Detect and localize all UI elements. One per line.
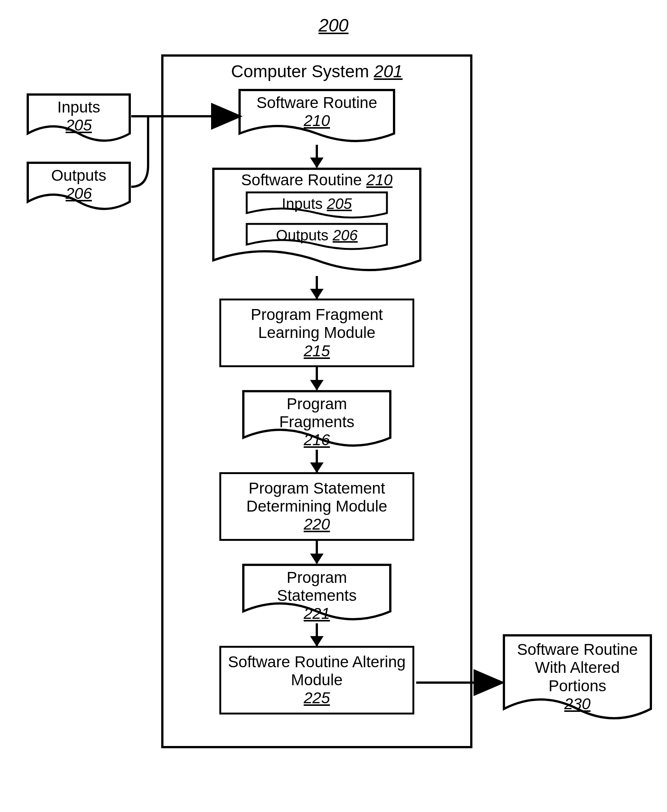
figure-number-text: 200: [318, 15, 348, 35]
statement-determining-node: Program Statement Determining Module 220: [219, 472, 414, 541]
program-statements-ref: 221: [249, 604, 385, 623]
program-fragments-node: Program Fragments 216: [242, 390, 392, 450]
system-title-label: Computer System: [231, 61, 369, 81]
program-statements-label: Program Statements: [249, 569, 385, 605]
program-fragments-ref: 216: [249, 431, 385, 449]
program-fragments-label: Program Fragments: [249, 395, 385, 431]
inputs-label: Inputs: [33, 98, 124, 116]
system-title-ref: 201: [374, 61, 403, 81]
fragment-learning-node: Program Fragment Learning Module 215: [219, 299, 414, 367]
program-statements-node: Program Statements 221: [242, 563, 392, 623]
altering-module-ref: 225: [228, 689, 406, 707]
inputs-node: Inputs 205: [26, 93, 131, 146]
arrow-icon: [316, 145, 318, 167]
fragment-learning-ref: 215: [228, 342, 406, 360]
output-node: Software Routine With Altered Portions 2…: [503, 634, 652, 724]
routine-container-title: Software Routine 210: [219, 171, 415, 189]
software-routine-node: Software Routine 210: [238, 88, 395, 145]
routine-container-inputs: Inputs 205: [246, 191, 388, 221]
inputs-ref: 205: [33, 116, 124, 134]
software-routine-label: Software Routine: [245, 94, 389, 112]
arrow-icon: [316, 450, 318, 472]
system-title: Computer System 201: [163, 61, 470, 81]
outputs-label: Outputs: [33, 166, 124, 184]
software-routine-ref: 210: [245, 112, 389, 130]
fragment-learning-label: Program Fragment Learning Module: [228, 306, 406, 342]
output-ref: 230: [509, 695, 645, 713]
outputs-node: Outputs 206: [26, 161, 131, 214]
altering-module-node: Software Routine Altering Module 225: [219, 646, 414, 714]
arrow-icon: [316, 276, 318, 299]
outputs-ref: 206: [33, 184, 124, 203]
computer-system-box: Computer System 201 Software Routine 210…: [161, 55, 473, 748]
figure-number: 200: [318, 15, 348, 36]
altering-module-label: Software Routine Altering Module: [228, 653, 406, 689]
flow-column: Software Routine 210 Software Routine 21…: [163, 88, 470, 714]
arrow-icon: [316, 623, 318, 646]
arrow-icon: [316, 541, 318, 563]
arrow-icon: [316, 367, 318, 390]
statement-determining-ref: 220: [228, 515, 406, 533]
statement-determining-label: Program Statement Determining Module: [228, 479, 406, 516]
routine-container-node: Software Routine 210 Inputs 205: [212, 167, 422, 276]
output-label: Software Routine With Altered Portions: [509, 641, 645, 695]
routine-container-outputs: Outputs 206: [246, 223, 388, 252]
